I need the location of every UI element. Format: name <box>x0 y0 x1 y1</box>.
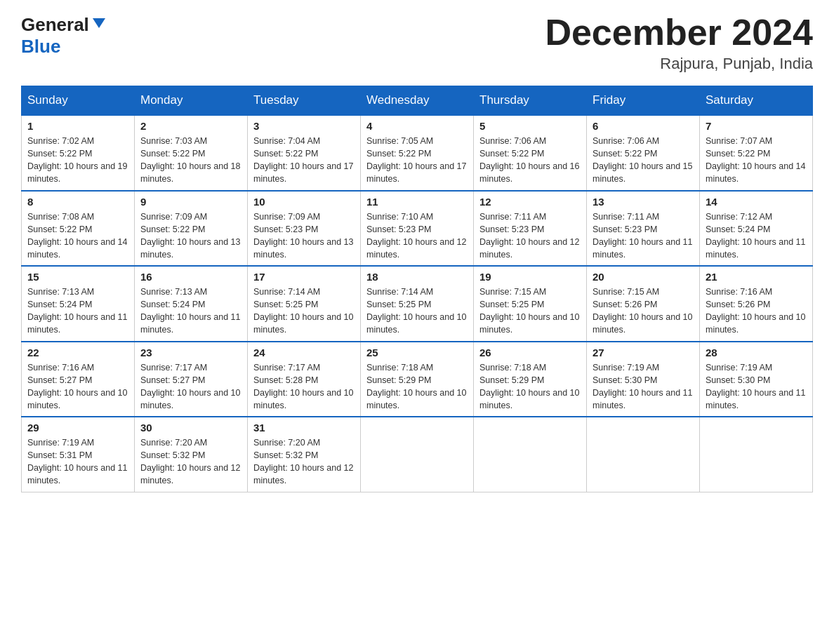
day-info: Sunrise: 7:14 AM Sunset: 5:25 PM Dayligh… <box>253 286 355 337</box>
day-info: Sunrise: 7:13 AM Sunset: 5:24 PM Dayligh… <box>140 286 241 337</box>
col-saturday: Saturday <box>700 86 813 116</box>
page-header: General Blue December 2024 Rajpura, Punj… <box>21 14 813 73</box>
svg-marker-0 <box>93 18 105 28</box>
day-info: Sunrise: 7:04 AM Sunset: 5:22 PM Dayligh… <box>253 135 355 186</box>
day-info: Sunrise: 7:20 AM Sunset: 5:32 PM Dayligh… <box>253 436 355 488</box>
table-row: 3 Sunrise: 7:04 AM Sunset: 5:22 PM Dayli… <box>248 115 361 191</box>
day-number: 22 <box>27 347 128 358</box>
table-row: 19 Sunrise: 7:15 AM Sunset: 5:25 PM Dayl… <box>474 266 587 342</box>
day-number: 21 <box>706 271 807 283</box>
table-row: 17 Sunrise: 7:14 AM Sunset: 5:25 PM Dayl… <box>248 266 361 342</box>
table-row: 16 Sunrise: 7:13 AM Sunset: 5:24 PM Dayl… <box>135 266 248 342</box>
table-row: 25 Sunrise: 7:18 AM Sunset: 5:29 PM Dayl… <box>361 342 474 417</box>
table-row: 18 Sunrise: 7:14 AM Sunset: 5:25 PM Dayl… <box>361 266 474 342</box>
day-number: 18 <box>366 271 468 283</box>
day-info: Sunrise: 7:11 AM Sunset: 5:23 PM Dayligh… <box>593 210 694 262</box>
table-row: 9 Sunrise: 7:09 AM Sunset: 5:22 PM Dayli… <box>135 191 248 267</box>
day-info: Sunrise: 7:09 AM Sunset: 5:22 PM Dayligh… <box>140 210 241 262</box>
table-row: 6 Sunrise: 7:06 AM Sunset: 5:22 PM Dayli… <box>587 115 700 191</box>
day-info: Sunrise: 7:06 AM Sunset: 5:22 PM Dayligh… <box>593 135 694 186</box>
calendar-week-row: 22 Sunrise: 7:16 AM Sunset: 5:27 PM Dayl… <box>22 342 813 417</box>
calendar-week-row: 1 Sunrise: 7:02 AM Sunset: 5:22 PM Dayli… <box>22 115 813 191</box>
day-info: Sunrise: 7:03 AM Sunset: 5:22 PM Dayligh… <box>140 135 241 186</box>
table-row: 12 Sunrise: 7:11 AM Sunset: 5:23 PM Dayl… <box>474 191 587 267</box>
day-number: 24 <box>253 347 355 358</box>
day-number: 19 <box>479 271 581 283</box>
table-row: 22 Sunrise: 7:16 AM Sunset: 5:27 PM Dayl… <box>22 342 135 417</box>
day-number: 11 <box>366 196 468 208</box>
calendar-week-row: 8 Sunrise: 7:08 AM Sunset: 5:22 PM Dayli… <box>22 191 813 267</box>
calendar-table: Sunday Monday Tuesday Wednesday Thursday… <box>21 86 813 492</box>
day-number: 9 <box>140 196 241 208</box>
day-number: 16 <box>140 271 241 283</box>
table-row: 23 Sunrise: 7:17 AM Sunset: 5:27 PM Dayl… <box>135 342 248 417</box>
day-number: 20 <box>593 271 694 283</box>
day-info: Sunrise: 7:11 AM Sunset: 5:23 PM Dayligh… <box>479 210 581 262</box>
day-info: Sunrise: 7:12 AM Sunset: 5:24 PM Dayligh… <box>706 210 807 262</box>
day-info: Sunrise: 7:17 AM Sunset: 5:27 PM Dayligh… <box>140 361 241 412</box>
day-info: Sunrise: 7:18 AM Sunset: 5:29 PM Dayligh… <box>366 361 468 412</box>
day-info: Sunrise: 7:05 AM Sunset: 5:22 PM Dayligh… <box>366 135 468 186</box>
table-row <box>361 417 474 492</box>
day-number: 4 <box>366 120 468 132</box>
day-number: 28 <box>706 347 807 358</box>
day-info: Sunrise: 7:18 AM Sunset: 5:29 PM Dayligh… <box>479 361 581 412</box>
day-number: 8 <box>27 196 128 208</box>
day-info: Sunrise: 7:16 AM Sunset: 5:27 PM Dayligh… <box>27 361 128 412</box>
table-row: 7 Sunrise: 7:07 AM Sunset: 5:22 PM Dayli… <box>700 115 813 191</box>
day-info: Sunrise: 7:15 AM Sunset: 5:26 PM Dayligh… <box>593 286 694 337</box>
day-number: 14 <box>706 196 807 208</box>
day-number: 26 <box>479 347 581 358</box>
table-row <box>474 417 587 492</box>
day-info: Sunrise: 7:09 AM Sunset: 5:23 PM Dayligh… <box>253 210 355 262</box>
col-tuesday: Tuesday <box>248 86 361 116</box>
day-number: 6 <box>593 120 694 132</box>
day-number: 3 <box>253 120 355 132</box>
day-info: Sunrise: 7:13 AM Sunset: 5:24 PM Dayligh… <box>27 286 128 337</box>
logo-general-text: General <box>21 14 89 36</box>
day-number: 10 <box>253 196 355 208</box>
calendar-header-row: Sunday Monday Tuesday Wednesday Thursday… <box>22 86 813 116</box>
table-row: 2 Sunrise: 7:03 AM Sunset: 5:22 PM Dayli… <box>135 115 248 191</box>
day-info: Sunrise: 7:02 AM Sunset: 5:22 PM Dayligh… <box>27 135 128 186</box>
logo-arrow-icon <box>91 15 107 31</box>
col-wednesday: Wednesday <box>361 86 474 116</box>
col-friday: Friday <box>587 86 700 116</box>
day-info: Sunrise: 7:15 AM Sunset: 5:25 PM Dayligh… <box>479 286 581 337</box>
day-number: 17 <box>253 271 355 283</box>
calendar-week-row: 29 Sunrise: 7:19 AM Sunset: 5:31 PM Dayl… <box>22 417 813 492</box>
day-info: Sunrise: 7:16 AM Sunset: 5:26 PM Dayligh… <box>706 286 807 337</box>
day-info: Sunrise: 7:19 AM Sunset: 5:30 PM Dayligh… <box>593 361 694 412</box>
table-row: 5 Sunrise: 7:06 AM Sunset: 5:22 PM Dayli… <box>474 115 587 191</box>
col-monday: Monday <box>135 86 248 116</box>
table-row: 8 Sunrise: 7:08 AM Sunset: 5:22 PM Dayli… <box>22 191 135 267</box>
day-number: 27 <box>593 347 694 358</box>
calendar-week-row: 15 Sunrise: 7:13 AM Sunset: 5:24 PM Dayl… <box>22 266 813 342</box>
col-sunday: Sunday <box>22 86 135 116</box>
day-number: 15 <box>27 271 128 283</box>
logo-blue-text: Blue <box>21 36 60 58</box>
day-number: 23 <box>140 347 241 358</box>
table-row: 1 Sunrise: 7:02 AM Sunset: 5:22 PM Dayli… <box>22 115 135 191</box>
table-row: 4 Sunrise: 7:05 AM Sunset: 5:22 PM Dayli… <box>361 115 474 191</box>
table-row: 15 Sunrise: 7:13 AM Sunset: 5:24 PM Dayl… <box>22 266 135 342</box>
day-number: 31 <box>253 422 355 434</box>
day-info: Sunrise: 7:20 AM Sunset: 5:32 PM Dayligh… <box>140 436 241 488</box>
day-info: Sunrise: 7:17 AM Sunset: 5:28 PM Dayligh… <box>253 361 355 412</box>
day-number: 7 <box>706 120 807 132</box>
table-row: 31 Sunrise: 7:20 AM Sunset: 5:32 PM Dayl… <box>248 417 361 492</box>
location-title: Rajpura, Punjab, India <box>545 55 813 73</box>
day-number: 25 <box>366 347 468 358</box>
day-info: Sunrise: 7:10 AM Sunset: 5:23 PM Dayligh… <box>366 210 468 262</box>
table-row: 28 Sunrise: 7:19 AM Sunset: 5:30 PM Dayl… <box>700 342 813 417</box>
table-row: 13 Sunrise: 7:11 AM Sunset: 5:23 PM Dayl… <box>587 191 700 267</box>
table-row <box>587 417 700 492</box>
table-row: 11 Sunrise: 7:10 AM Sunset: 5:23 PM Dayl… <box>361 191 474 267</box>
table-row: 14 Sunrise: 7:12 AM Sunset: 5:24 PM Dayl… <box>700 191 813 267</box>
table-row: 20 Sunrise: 7:15 AM Sunset: 5:26 PM Dayl… <box>587 266 700 342</box>
day-info: Sunrise: 7:14 AM Sunset: 5:25 PM Dayligh… <box>366 286 468 337</box>
day-number: 29 <box>27 422 128 434</box>
day-number: 1 <box>27 120 128 132</box>
day-info: Sunrise: 7:19 AM Sunset: 5:31 PM Dayligh… <box>27 436 128 488</box>
day-info: Sunrise: 7:08 AM Sunset: 5:22 PM Dayligh… <box>27 210 128 262</box>
